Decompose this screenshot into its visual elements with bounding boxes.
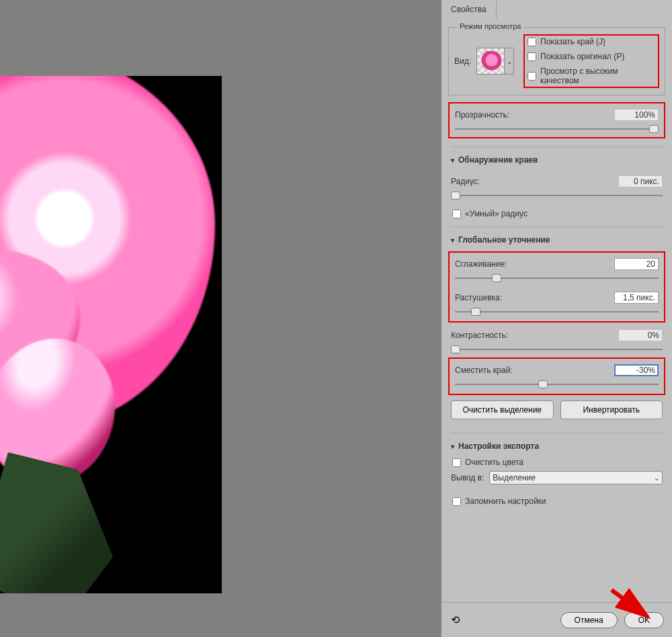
check-smart-radius-label: «Умный» радиус [465, 209, 528, 218]
check-high-quality[interactable]: Просмотр с высоким качеством [528, 67, 655, 85]
output-value: Выделение [493, 473, 536, 482]
check-show-edge-box[interactable] [528, 38, 536, 46]
feather-value[interactable]: 1,5 пикс. [614, 292, 659, 304]
view-dropdown[interactable]: ⌄ [505, 48, 514, 75]
check-smart-radius-box[interactable] [452, 210, 461, 218]
radius-knob[interactable] [451, 192, 460, 200]
check-clear-colors[interactable]: Очистить цвета [452, 458, 661, 467]
properties-panel: Свойства Режим просмотра Вид: ⌄ Показать… [441, 0, 672, 637]
highlight-view-checks: Показать край (J) Показать оригинал (P) … [523, 34, 659, 88]
check-show-original-label: Показать оригинал (P) [540, 52, 624, 61]
highlight-shift-edge: Сместить край:-30% [448, 357, 665, 395]
panel-body: Режим просмотра Вид: ⌄ Показать край (J)… [442, 19, 672, 602]
radius-slider[interactable] [451, 192, 663, 200]
check-smart-radius[interactable]: «Умный» радиус [452, 209, 661, 218]
feather-label: Растушевка: [455, 293, 502, 302]
smooth-knob[interactable] [492, 274, 501, 282]
export-title: Настройки экспорта [458, 441, 539, 451]
global-refine-title: Глобальное уточнение [458, 235, 550, 245]
feather-knob[interactable] [471, 308, 480, 316]
check-high-quality-box[interactable] [528, 72, 536, 81]
check-clear-colors-box[interactable] [452, 458, 461, 467]
radius-label: Радиус: [451, 177, 480, 186]
smooth-label: Сглаживание: [455, 259, 507, 269]
check-show-edge-label: Показать край (J) [540, 37, 605, 46]
tab-properties[interactable]: Свойства [442, 1, 497, 19]
transparency-knob[interactable] [649, 125, 659, 133]
rose-image [0, 76, 215, 425]
highlight-transparency: Прозрачность: 100% [448, 102, 665, 138]
clear-selection-button[interactable]: Очистить выделение [451, 400, 554, 419]
output-select[interactable]: Выделение⌄ [489, 471, 663, 484]
transparency-slider[interactable] [455, 125, 659, 133]
shift-value[interactable]: -30% [614, 364, 659, 376]
output-label: Вывод в: [451, 473, 484, 482]
check-remember-settings-box[interactable] [452, 497, 461, 506]
document-canvas[interactable] [0, 76, 222, 593]
highlight-smooth-feather: Сглаживание:20 Растушевка:1,5 пикс. [448, 251, 665, 323]
global-refine-header[interactable]: ▾Глобальное уточнение [451, 231, 663, 249]
check-clear-colors-label: Очистить цвета [465, 458, 523, 467]
cancel-button[interactable]: Отмена [560, 612, 618, 628]
contrast-value[interactable]: 0% [618, 329, 663, 341]
smooth-slider[interactable] [455, 274, 659, 282]
ok-button[interactable]: OK [624, 612, 664, 628]
chevron-down-icon: ⌄ [654, 474, 659, 482]
invert-button[interactable]: Инвертировать [560, 400, 663, 419]
view-mode-group: Режим просмотра Вид: ⌄ Показать край (J)… [448, 27, 665, 95]
panel-footer: ⟲ Отмена OK [442, 602, 672, 637]
check-show-original-box[interactable] [528, 52, 536, 61]
shift-knob[interactable] [538, 380, 548, 388]
edge-detect-header[interactable]: ▾Обнаружение краев [451, 151, 663, 169]
view-thumbnail[interactable] [476, 48, 505, 75]
chevron-down-icon: ▾ [451, 443, 454, 450]
check-high-quality-label: Просмотр с высоким качеством [540, 67, 655, 85]
shift-slider[interactable] [455, 380, 659, 388]
smooth-value[interactable]: 20 [614, 258, 659, 270]
view-mode-title: Режим просмотра [457, 22, 523, 30]
check-show-original[interactable]: Показать оригинал (P) [528, 52, 655, 61]
reset-icon[interactable]: ⟲ [451, 613, 460, 626]
contrast-slider[interactable] [451, 345, 663, 353]
check-remember-settings[interactable]: Запомнить настройки [452, 497, 661, 506]
contrast-label: Контрастность: [451, 331, 508, 340]
canvas-area [0, 0, 441, 637]
panel-tabs: Свойства [442, 0, 672, 19]
chevron-down-icon: ▾ [451, 237, 454, 244]
view-label: Вид: [454, 56, 471, 66]
check-remember-settings-label: Запомнить настройки [465, 497, 546, 506]
radius-value[interactable]: 0 пикс. [618, 175, 663, 187]
chevron-down-icon: ▾ [451, 157, 454, 164]
rose-stem [0, 452, 148, 593]
contrast-knob[interactable] [451, 345, 460, 353]
check-show-edge[interactable]: Показать край (J) [528, 37, 655, 46]
transparency-value[interactable]: 100% [614, 109, 659, 121]
shift-label: Сместить край: [455, 366, 513, 375]
export-header[interactable]: ▾Настройки экспорта [451, 437, 663, 455]
transparency-label: Прозрачность: [455, 110, 509, 120]
feather-slider[interactable] [455, 308, 659, 316]
edge-detect-title: Обнаружение краев [458, 155, 538, 165]
